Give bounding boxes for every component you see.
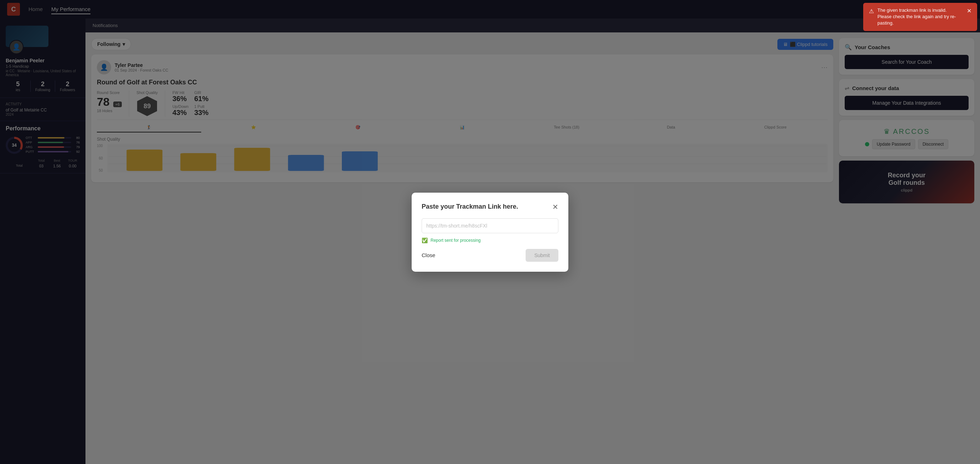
modal-title: Paste your Trackman Link here. (422, 203, 518, 210)
trackman-link-input[interactable] (422, 218, 558, 233)
success-text: Report sent for processing (431, 238, 481, 243)
error-banner: ⚠ The given trackman link is invalid. Pl… (863, 3, 977, 31)
error-close-button[interactable]: ✕ (964, 7, 972, 15)
modal-header: Paste your Trackman Link here. ✕ (422, 203, 558, 211)
modal-footer: Close Submit (422, 249, 558, 262)
modal-close-x-button[interactable]: ✕ (552, 203, 558, 211)
success-icon: ✅ (422, 238, 428, 243)
success-message: ✅ Report sent for processing (422, 238, 558, 243)
trackman-modal: Paste your Trackman Link here. ✕ ✅ Repor… (412, 193, 568, 272)
modal-overlay: Paste your Trackman Link here. ✕ ✅ Repor… (0, 0, 980, 464)
modal-close-button[interactable]: Close (422, 252, 435, 258)
error-message: The given trackman link is invalid. Plea… (877, 7, 961, 27)
modal-submit-button[interactable]: Submit (526, 249, 558, 262)
warning-icon: ⚠ (869, 8, 874, 15)
